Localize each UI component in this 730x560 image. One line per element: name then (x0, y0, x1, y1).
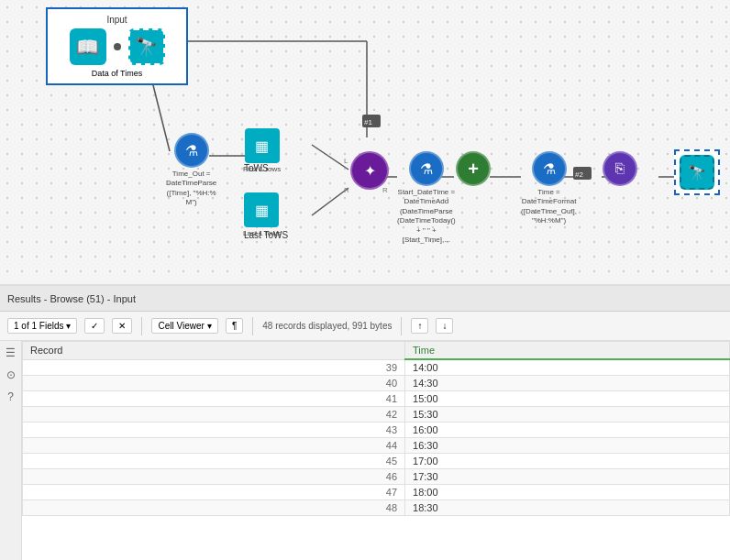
formula-node-3[interactable]: ⚗ Time =DateTimeFormat([DateTime_Out],"%… (521, 151, 577, 226)
up-arrow-icon: ↑ (417, 321, 422, 331)
results-content: ☰ ⊙ ? Record Time 3914:004014:304115:004… (0, 341, 730, 560)
scroll-down-button[interactable]: ↓ (436, 318, 453, 334)
table-row: 4416:30 (23, 438, 730, 454)
binoculars-icon: 🔭 (128, 28, 165, 65)
dot-sidebar-icon[interactable]: ⊙ (3, 367, 19, 383)
append-node[interactable]: + (456, 151, 491, 186)
sort-node[interactable]: ⎘ (603, 151, 637, 186)
separator-1 (141, 317, 142, 335)
time-column-header: Time (405, 342, 730, 360)
table-row: 3914:00 (23, 359, 730, 376)
table-row: 4215:30 (23, 407, 730, 423)
fields-button[interactable]: 1 of 1 Fields ▾ (7, 318, 77, 334)
table-row: 4316:00 (23, 423, 730, 438)
table-body: 3914:004014:304115:004215:304316:004416:… (23, 359, 730, 516)
time-cell: 18:00 (405, 485, 730, 500)
record-cell: 43 (23, 423, 405, 438)
down-arrow-icon: ↓ (442, 321, 447, 331)
question-sidebar-icon[interactable]: ? (3, 389, 19, 405)
close-button[interactable]: ✕ (112, 318, 132, 334)
record-cell: 47 (23, 485, 405, 500)
fields-label: 1 of 1 Fields (14, 321, 63, 331)
first-rows-icon: ▦ (245, 128, 280, 163)
book-icon: 📖 (70, 28, 106, 65)
cell-viewer-button[interactable]: Cell Viewer ▾ (151, 318, 217, 334)
close-icon: ✕ (118, 321, 126, 331)
list-sidebar-icon[interactable]: ☰ (3, 345, 19, 361)
svg-line-3 (312, 145, 348, 170)
record-cell: 45 (23, 454, 405, 469)
last-rows-label: Last 1 rows (243, 229, 281, 238)
cell-viewer-label: Cell Viewer (158, 321, 204, 331)
input-data-label: Data of Times (92, 69, 143, 78)
table-row: 4718:00 (23, 485, 730, 500)
record-cell: 48 (23, 500, 405, 516)
workflow-canvas: #1 #2 L R L R Input 📖 🔭 Data of Times ⚗ … (0, 0, 730, 284)
input-box-title: Input (106, 15, 127, 25)
cell-viewer-chevron: ▾ (207, 321, 212, 331)
results-header: Results - Browse (51) - Input (0, 286, 730, 312)
record-cell: 42 (23, 407, 405, 423)
formula-icon-1: ⚗ (174, 133, 209, 168)
svg-rect-13 (362, 115, 381, 127)
record-cell: 40 (23, 376, 405, 391)
separator-2 (252, 317, 253, 335)
time-cell: 14:00 (405, 359, 730, 376)
table-row: 4014:30 (23, 376, 730, 391)
table-row: 4115:00 (23, 391, 730, 407)
results-table: Record Time 3914:004014:304115:004215:30… (22, 341, 730, 516)
connector-dot (114, 43, 121, 50)
check-icon: ✓ (91, 321, 98, 331)
record-cell: 46 (23, 469, 405, 485)
formula-icon-3: ⚗ (532, 151, 567, 186)
time-cell: 16:30 (405, 438, 730, 454)
output-browse-icon: 🔭 (680, 155, 714, 190)
append-icon: + (456, 151, 491, 186)
last-rows-icon: ▦ (244, 192, 279, 227)
para-button[interactable]: ¶ (226, 318, 243, 334)
formula-node-1[interactable]: ⚗ Time_Out =DateTimeParse([Time], "%H:%M… (166, 133, 216, 208)
time-cell: 15:30 (405, 407, 730, 423)
svg-text:#1: #1 (364, 118, 372, 126)
formula-label-2: Start_DateTime =DateTimeAdd(DateTimePars… (397, 188, 456, 245)
join-icon: ✦ (350, 151, 389, 190)
record-cell: 39 (23, 359, 405, 376)
separator-3 (401, 317, 402, 335)
formula-label-3: Time =DateTimeFormat([DateTime_Out],"%H:… (521, 188, 577, 226)
results-toolbar: 1 of 1 Fields ▾ ✓ ✕ Cell Viewer ▾ ¶ 48 r… (0, 312, 730, 341)
chevron-down-icon: ▾ (66, 321, 71, 331)
sort-icon: ⎘ (603, 151, 637, 186)
records-info: 48 records displayed, 991 bytes (262, 321, 392, 331)
results-header-text: Results - Browse (51) - Input (7, 293, 136, 304)
output-browse-node[interactable]: 🔭 (674, 149, 720, 195)
first-rows-node[interactable]: ▦ First 1 rows (243, 128, 281, 174)
time-cell: 18:30 (405, 500, 730, 516)
first-rows-label: First 1 rows (243, 165, 281, 174)
time-cell: 17:00 (405, 454, 730, 469)
time-cell: 15:00 (405, 391, 730, 407)
record-column-header: Record (23, 342, 405, 360)
time-cell: 14:30 (405, 376, 730, 391)
results-panel: Results - Browse (51) - Input 1 of 1 Fie… (0, 284, 730, 560)
table-row: 4818:30 (23, 500, 730, 516)
last-rows-node[interactable]: ▦ Last 1 rows (243, 192, 281, 238)
sidebar-icons: ☰ ⊙ ? (0, 341, 22, 560)
formula-label-1: Time_Out =DateTimeParse([Time], "%H:%M") (166, 170, 216, 208)
formula-node-2[interactable]: ⚗ Start_DateTime =DateTimeAdd(DateTimePa… (397, 151, 456, 245)
record-cell: 41 (23, 391, 405, 407)
svg-line-4 (312, 188, 348, 215)
time-cell: 16:00 (405, 423, 730, 438)
record-cell: 44 (23, 438, 405, 454)
check-button[interactable]: ✓ (84, 318, 105, 334)
formula-icon-2: ⚗ (409, 151, 444, 186)
input-box[interactable]: Input 📖 🔭 Data of Times (46, 7, 188, 85)
table-row: 4617:30 (23, 469, 730, 485)
data-table: Record Time 3914:004014:304115:004215:30… (22, 341, 730, 560)
scroll-up-button[interactable]: ↑ (411, 318, 428, 334)
svg-text:R: R (344, 186, 349, 194)
svg-text:L: L (344, 157, 348, 165)
time-cell: 17:30 (405, 469, 730, 485)
join-node[interactable]: ✦ (350, 151, 389, 190)
para-icon: ¶ (232, 321, 237, 331)
table-row: 4517:00 (23, 454, 730, 469)
